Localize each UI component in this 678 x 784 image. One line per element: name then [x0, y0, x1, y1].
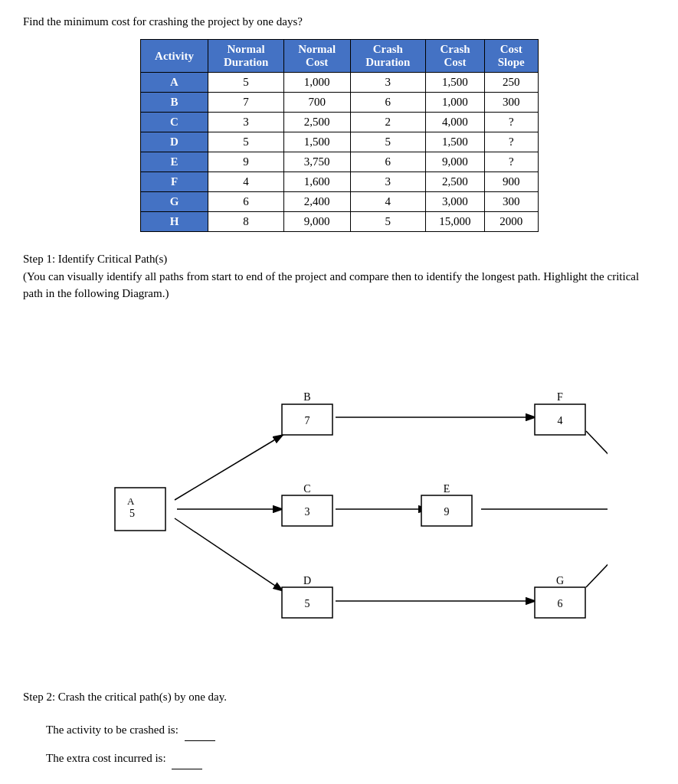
- table-cell-cost_slope: 300: [485, 192, 538, 212]
- table-cell-crash_duration: 5: [350, 212, 425, 232]
- answer-line-2: The extra cost incurred is:: [46, 746, 655, 769]
- answer1-blank: [185, 717, 215, 741]
- table-cell-crash_cost: 3,000: [425, 192, 484, 212]
- col-header-crash-cost: CrashCost: [425, 40, 484, 73]
- col-header-normal-cost: NormalCost: [283, 40, 350, 73]
- table-cell-activity: B: [140, 93, 208, 113]
- table-cell-crash_cost: 1,500: [425, 73, 484, 93]
- table-cell-normal_cost: 2,500: [283, 113, 350, 132]
- node-a-label: A: [127, 495, 135, 507]
- table-cell-normal_cost: 1,600: [283, 172, 350, 192]
- network-diagram: A 5 B 7 C 3 D 5 E 9 F 4 G 6 H 8: [23, 318, 655, 670]
- table-cell-normal_cost: 3,750: [283, 152, 350, 172]
- table-cell-normal_duration: 4: [208, 172, 283, 192]
- table-row: G62,40043,000300: [140, 192, 538, 212]
- activity-table: Activity NormalDuration NormalCost Crash…: [140, 39, 539, 232]
- table-row: H89,000515,0002000: [140, 212, 538, 232]
- edge-g-h: [586, 523, 608, 587]
- answer-line-1: The activity to be crashed is:: [46, 717, 655, 741]
- node-d-label-top: D: [303, 575, 310, 586]
- table-cell-cost_slope: 900: [485, 172, 538, 192]
- network-svg: A 5 B 7 C 3 D 5 E 9 F 4 G 6 H 8: [71, 318, 608, 670]
- table-cell-activity: F: [140, 172, 208, 192]
- table-cell-normal_cost: 2,400: [283, 192, 350, 212]
- table-cell-crash_cost: 9,000: [425, 152, 484, 172]
- table-cell-crash_duration: 3: [350, 172, 425, 192]
- table-cell-normal_cost: 1,000: [283, 73, 350, 93]
- edge-a-d: [175, 518, 284, 592]
- col-header-normal-duration: NormalDuration: [208, 40, 283, 73]
- table-row: D51,50051,500?: [140, 132, 538, 152]
- step2-title: Step 2: Crash the critical path(s) by on…: [23, 688, 655, 706]
- table-cell-crash_duration: 3: [350, 73, 425, 93]
- node-e-label-top: E: [443, 483, 450, 495]
- table-cell-normal_duration: 5: [208, 132, 283, 152]
- table-cell-normal_duration: 6: [208, 192, 283, 212]
- table-cell-cost_slope: 250: [485, 73, 538, 93]
- table-cell-normal_duration: 5: [208, 73, 283, 93]
- node-c-label-top: C: [303, 483, 310, 495]
- table-cell-cost_slope: ?: [485, 132, 538, 152]
- col-header-crash-duration: CrashDuration: [350, 40, 425, 73]
- node-e-value: 9: [444, 506, 449, 518]
- table-cell-normal_duration: 8: [208, 212, 283, 232]
- table-cell-crash_cost: 1,500: [425, 132, 484, 152]
- step1-title: Step 1: Identify Critical Path(s): [23, 250, 655, 268]
- table-cell-normal_cost: 9,000: [283, 212, 350, 232]
- node-a-box: [115, 488, 165, 531]
- table-cell-crash_cost: 15,000: [425, 212, 484, 232]
- table-row: B770061,000300: [140, 93, 538, 113]
- table-cell-crash_duration: 4: [350, 192, 425, 212]
- table-cell-activity: C: [140, 113, 208, 132]
- table-cell-activity: H: [140, 212, 208, 232]
- table-cell-cost_slope: 300: [485, 93, 538, 113]
- table-cell-crash_duration: 6: [350, 93, 425, 113]
- answer2-label: The extra cost incurred is:: [46, 752, 166, 764]
- node-f-label-top: F: [557, 391, 563, 403]
- table-cell-crash_duration: 2: [350, 113, 425, 132]
- table-row: A51,00031,500250: [140, 73, 538, 93]
- node-b-label-top: B: [303, 391, 310, 403]
- table-row: F41,60032,500900: [140, 172, 538, 192]
- table-cell-crash_duration: 6: [350, 152, 425, 172]
- table-row: C32,50024,000?: [140, 113, 538, 132]
- table-cell-crash_cost: 1,000: [425, 93, 484, 113]
- node-d-value: 5: [304, 598, 310, 609]
- table-cell-activity: A: [140, 73, 208, 93]
- table-cell-activity: E: [140, 152, 208, 172]
- answer2-blank: [172, 746, 202, 769]
- table-cell-activity: D: [140, 132, 208, 152]
- step1-desc: (You can visually identify all paths fro…: [23, 268, 655, 302]
- node-c-value: 3: [304, 506, 310, 518]
- node-g-label-top: G: [555, 575, 563, 586]
- node-a-value: 5: [129, 508, 135, 519]
- table-cell-crash_cost: 4,000: [425, 113, 484, 132]
- table-cell-normal_duration: 3: [208, 113, 283, 132]
- edge-f-h: [586, 431, 608, 495]
- table-cell-normal_duration: 7: [208, 93, 283, 113]
- table-cell-normal_cost: 700: [283, 93, 350, 113]
- data-table-container: Activity NormalDuration NormalCost Crash…: [23, 39, 655, 232]
- table-cell-crash_cost: 2,500: [425, 172, 484, 192]
- table-cell-activity: G: [140, 192, 208, 212]
- table-cell-cost_slope: ?: [485, 152, 538, 172]
- table-cell-cost_slope: 2000: [485, 212, 538, 232]
- node-b-value: 7: [304, 415, 310, 426]
- answer1-label: The activity to be crashed is:: [46, 724, 179, 736]
- node-g-value: 6: [557, 598, 562, 609]
- table-cell-cost_slope: ?: [485, 113, 538, 132]
- edge-a-b: [175, 434, 284, 500]
- table-cell-normal_cost: 1,500: [283, 132, 350, 152]
- step1-text: Step 1: Identify Critical Path(s) (You c…: [23, 250, 655, 302]
- table-cell-normal_duration: 9: [208, 152, 283, 172]
- question-text: Find the minimum cost for crashing the p…: [23, 15, 655, 28]
- col-header-activity: Activity: [140, 40, 208, 73]
- table-row: E93,75069,000?: [140, 152, 538, 172]
- col-header-cost-slope: CostSlope: [485, 40, 538, 73]
- answer-section: The activity to be crashed is: The extra…: [23, 717, 655, 769]
- node-f-value: 4: [557, 415, 562, 426]
- table-cell-crash_duration: 5: [350, 132, 425, 152]
